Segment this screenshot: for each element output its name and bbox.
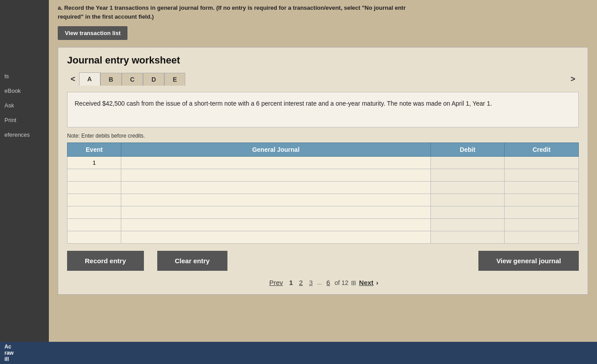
tab-e[interactable]: E: [164, 73, 185, 86]
event-cell-3: [68, 194, 121, 206]
clear-entry-button[interactable]: Clear entry: [157, 251, 227, 271]
credit-input-2[interactable]: [507, 184, 576, 191]
general-journal-input-3[interactable]: [124, 197, 428, 203]
record-entry-button[interactable]: Record entry: [67, 251, 144, 271]
journal-table: Event General Journal Debit Credit 1: [67, 142, 579, 244]
debit-cell-0[interactable]: [430, 157, 505, 169]
general-journal-cell-3[interactable]: [121, 194, 431, 206]
debit-cell-5[interactable]: [430, 219, 505, 231]
note-text: Note: Enter debits before credits.: [67, 133, 579, 139]
general-journal-cell-4[interactable]: [121, 206, 431, 219]
general-journal-cell-5[interactable]: [121, 219, 431, 231]
view-general-journal-button[interactable]: View general journal: [478, 251, 579, 271]
credit-input-4[interactable]: [507, 209, 576, 216]
general-journal-input-4[interactable]: [124, 209, 428, 216]
credit-cell-3[interactable]: [505, 194, 579, 206]
pagination-page-1[interactable]: 1: [287, 278, 295, 287]
debit-cell-6[interactable]: [430, 231, 505, 244]
pagination-page-3[interactable]: 3: [307, 278, 314, 287]
credit-cell-1[interactable]: [505, 169, 579, 182]
general-journal-input-1[interactable]: [124, 172, 428, 178]
bottom-bar: Acrawill: [0, 342, 597, 364]
instruction-text: a. Record the Year 1 transactions in gen…: [58, 4, 588, 21]
general-journal-input-5[interactable]: [124, 222, 428, 228]
transaction-description: Received $42,500 cash from the issue of …: [67, 92, 579, 127]
tab-a[interactable]: A: [79, 72, 100, 86]
pagination-ellipsis: ...: [317, 279, 322, 286]
table-row: [68, 219, 579, 231]
table-row: 1: [68, 157, 579, 169]
pagination-page-2[interactable]: 2: [297, 278, 304, 287]
credit-cell-4[interactable]: [505, 206, 579, 219]
sidebar-item-ts[interactable]: ts: [0, 71, 13, 81]
tab-c[interactable]: C: [122, 73, 143, 86]
pagination-row: Prev 1 2 3 ... 6 of 12 ⊞ Next ›: [67, 278, 579, 287]
sidebar-item-ebook[interactable]: eBook: [0, 86, 25, 96]
credit-cell-6[interactable]: [505, 231, 579, 244]
table-row: [68, 231, 579, 244]
tab-b[interactable]: B: [100, 73, 122, 86]
debit-cell-4[interactable]: [430, 206, 505, 219]
general-journal-cell-0[interactable]: [121, 157, 431, 169]
debit-input-6[interactable]: [434, 234, 502, 241]
event-cell-4: [68, 206, 121, 219]
sidebar-item-ask[interactable]: Ask: [0, 100, 19, 111]
bottom-bar-text: Acrawill: [4, 344, 14, 362]
credit-input-6[interactable]: [507, 234, 576, 241]
debit-input-1[interactable]: [434, 172, 502, 178]
credit-input-0[interactable]: [507, 159, 576, 166]
pagination-page-6[interactable]: 6: [325, 278, 332, 287]
pagination-next[interactable]: Next: [359, 279, 374, 286]
sidebar-item-references[interactable]: eferences: [0, 130, 34, 140]
worksheet-title: Journal entry worksheet: [67, 55, 579, 66]
debit-cell-3[interactable]: [430, 194, 505, 206]
pagination-prev[interactable]: Prev: [267, 278, 285, 287]
pagination-of-label: of 12: [334, 279, 348, 286]
sidebar-item-print[interactable]: Print: [0, 115, 21, 125]
sidebar: ts eBook Ask Print eferences: [0, 0, 49, 364]
main-content: a. Record the Year 1 transactions in gen…: [49, 0, 597, 364]
grid-icon: ⊞: [351, 279, 356, 286]
debit-input-4[interactable]: [434, 209, 502, 216]
debit-input-0[interactable]: [434, 159, 502, 166]
bottom-buttons: Record entry Clear entry View general jo…: [67, 251, 579, 271]
general-journal-cell-2[interactable]: [121, 182, 431, 194]
next-chevron-icon: ›: [376, 279, 378, 286]
tab-prev-button[interactable]: <: [67, 73, 79, 86]
table-row: [68, 206, 579, 219]
event-cell-6: [68, 231, 121, 244]
table-row: [68, 182, 579, 194]
event-cell-2: [68, 182, 121, 194]
event-cell-1: [68, 169, 121, 182]
credit-input-3[interactable]: [507, 197, 576, 203]
credit-input-1[interactable]: [507, 172, 576, 178]
table-row: [68, 169, 579, 182]
worksheet-container: Journal entry worksheet < A B C D E > Re…: [58, 47, 588, 295]
credit-cell-5[interactable]: [505, 219, 579, 231]
general-journal-input-0[interactable]: [124, 159, 428, 166]
tab-next-button[interactable]: >: [567, 73, 579, 86]
col-header-credit: Credit: [505, 143, 579, 157]
debit-input-3[interactable]: [434, 197, 502, 203]
general-journal-cell-6[interactable]: [121, 231, 431, 244]
event-cell-5: [68, 219, 121, 231]
tabs-row: < A B C D E >: [67, 72, 579, 86]
col-header-event: Event: [68, 143, 121, 157]
general-journal-cell-1[interactable]: [121, 169, 431, 182]
view-transaction-list-button[interactable]: View transaction list: [58, 26, 127, 40]
debit-input-5[interactable]: [434, 222, 502, 228]
debit-cell-1[interactable]: [430, 169, 505, 182]
general-journal-input-2[interactable]: [124, 184, 428, 191]
general-journal-input-6[interactable]: [124, 234, 428, 241]
debit-cell-2[interactable]: [430, 182, 505, 194]
credit-input-5[interactable]: [507, 222, 576, 228]
table-row: [68, 194, 579, 206]
tab-d[interactable]: D: [143, 73, 164, 86]
debit-input-2[interactable]: [434, 184, 502, 191]
event-cell-0: 1: [68, 157, 121, 169]
credit-cell-2[interactable]: [505, 182, 579, 194]
col-header-general-journal: General Journal: [121, 143, 431, 157]
col-header-debit: Debit: [430, 143, 505, 157]
credit-cell-0[interactable]: [505, 157, 579, 169]
